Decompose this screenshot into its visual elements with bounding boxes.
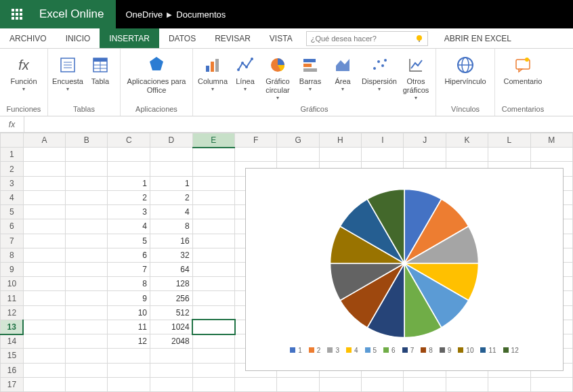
- row-header-9[interactable]: 9: [1, 262, 24, 276]
- app-launcher-icon[interactable]: [0, 0, 34, 28]
- cell-D1[interactable]: [150, 148, 193, 162]
- row-header-3[interactable]: 3: [1, 176, 24, 190]
- cell-I1[interactable]: [362, 148, 404, 162]
- breadcrumb-folder[interactable]: Documentos: [176, 9, 226, 20]
- cell-C6[interactable]: 4: [108, 219, 150, 234]
- row-header-8[interactable]: 8: [1, 248, 24, 262]
- cell-B4[interactable]: [66, 190, 108, 204]
- encuesta-button[interactable]: Encuesta ▾: [54, 51, 82, 93]
- cell-C15[interactable]: [108, 349, 150, 363]
- cell-C14[interactable]: 12: [108, 334, 150, 349]
- row-header-17[interactable]: 17: [1, 377, 24, 391]
- tab-datos[interactable]: DATOS: [159, 28, 205, 48]
- cell-C8[interactable]: 6: [108, 248, 150, 262]
- comentario-button[interactable]: Comentario: [501, 51, 545, 86]
- cell-B14[interactable]: [66, 334, 108, 349]
- cell-D8[interactable]: 32: [150, 248, 193, 262]
- funcion-button[interactable]: fx Función ▾: [5, 51, 42, 93]
- cell-E5[interactable]: [192, 205, 234, 219]
- cell-F1[interactable]: [235, 148, 277, 162]
- cell-C3[interactable]: 1: [108, 176, 150, 190]
- col-header-J[interactable]: J: [404, 133, 446, 148]
- cell-G17[interactable]: [277, 377, 319, 391]
- col-header-B[interactable]: B: [66, 133, 108, 148]
- col-header-M[interactable]: M: [530, 133, 572, 148]
- cell-C2[interactable]: [108, 162, 150, 176]
- cell-B7[interactable]: [66, 234, 108, 248]
- cell-E4[interactable]: [192, 190, 234, 204]
- cell-D16[interactable]: [150, 363, 193, 377]
- cell-A16[interactable]: [23, 363, 65, 377]
- cell-B2[interactable]: [66, 162, 108, 176]
- cell-B6[interactable]: [66, 219, 108, 234]
- cell-A10[interactable]: [23, 277, 65, 291]
- cell-J1[interactable]: [404, 148, 446, 162]
- tab-revisar[interactable]: REVISAR: [205, 28, 260, 48]
- col-header-C[interactable]: C: [108, 133, 150, 148]
- cell-K1[interactable]: [446, 148, 488, 162]
- cell-C9[interactable]: 7: [108, 262, 150, 276]
- cell-B13[interactable]: [66, 320, 108, 334]
- tab-insertar[interactable]: INSERTAR: [100, 28, 159, 48]
- area-button[interactable]: Área ▾: [328, 51, 357, 93]
- cell-K17[interactable]: [446, 377, 488, 391]
- cell-I17[interactable]: [362, 377, 404, 391]
- otros-button[interactable]: Otros gráficos ▾: [402, 51, 430, 102]
- cell-L17[interactable]: [488, 377, 530, 391]
- cell-L1[interactable]: [488, 148, 530, 162]
- circular-button[interactable]: Gráfico circular ▾: [263, 51, 292, 102]
- cell-D14[interactable]: 2048: [150, 334, 193, 349]
- pie-chart[interactable]: 123456789101112: [245, 168, 564, 371]
- search-input[interactable]: [306, 31, 428, 46]
- cell-G1[interactable]: [277, 148, 319, 162]
- linea-button[interactable]: Línea ▾: [231, 51, 259, 93]
- cell-E16[interactable]: [192, 363, 234, 377]
- cell-D10[interactable]: 128: [150, 277, 193, 291]
- cell-B12[interactable]: [66, 305, 108, 320]
- cell-C13[interactable]: 11: [108, 320, 150, 334]
- row-header-6[interactable]: 6: [1, 219, 24, 234]
- barras-button[interactable]: Barras ▾: [296, 51, 324, 93]
- row-header-11[interactable]: 11: [1, 291, 24, 305]
- row-header-1[interactable]: 1: [1, 148, 24, 162]
- cell-D7[interactable]: 16: [150, 234, 193, 248]
- cell-A9[interactable]: [23, 262, 65, 276]
- tabla-button[interactable]: Tabla: [86, 51, 114, 86]
- cell-D5[interactable]: 4: [150, 205, 193, 219]
- cell-B15[interactable]: [66, 349, 108, 363]
- cell-A1[interactable]: [23, 148, 65, 162]
- row-header-14[interactable]: 14: [1, 334, 24, 349]
- cell-D3[interactable]: 1: [150, 176, 193, 190]
- col-header-E[interactable]: E: [192, 133, 234, 148]
- cell-A13[interactable]: [23, 320, 65, 334]
- cell-C1[interactable]: [108, 148, 150, 162]
- cell-C11[interactable]: 9: [108, 291, 150, 305]
- cell-E1[interactable]: [192, 148, 234, 162]
- tab-inicio[interactable]: INICIO: [56, 28, 100, 48]
- cell-D17[interactable]: [150, 377, 193, 391]
- cell-E3[interactable]: [192, 176, 234, 190]
- row-header-10[interactable]: 10: [1, 277, 24, 291]
- cell-C10[interactable]: 8: [108, 277, 150, 291]
- cell-D12[interactable]: 512: [150, 305, 193, 320]
- breadcrumb[interactable]: OneDrive ▶ Documentos: [116, 9, 235, 20]
- cell-C16[interactable]: [108, 363, 150, 377]
- cell-E10[interactable]: [192, 277, 234, 291]
- col-header-L[interactable]: L: [488, 133, 530, 148]
- row-header-5[interactable]: 5: [1, 205, 24, 219]
- select-all[interactable]: [1, 133, 24, 148]
- cell-E2[interactable]: [192, 162, 234, 176]
- cell-A6[interactable]: [23, 219, 65, 234]
- cell-E7[interactable]: [192, 234, 234, 248]
- fx-label[interactable]: fx: [0, 116, 24, 132]
- cell-H17[interactable]: [319, 377, 361, 391]
- cell-E11[interactable]: [192, 291, 234, 305]
- cell-A3[interactable]: [23, 176, 65, 190]
- cell-D15[interactable]: [150, 349, 193, 363]
- col-header-G[interactable]: G: [277, 133, 319, 148]
- cell-E13[interactable]: [192, 320, 234, 334]
- cell-E17[interactable]: [192, 377, 234, 391]
- cell-B1[interactable]: [66, 148, 108, 162]
- breadcrumb-root[interactable]: OneDrive: [125, 9, 163, 20]
- cell-A14[interactable]: [23, 334, 65, 349]
